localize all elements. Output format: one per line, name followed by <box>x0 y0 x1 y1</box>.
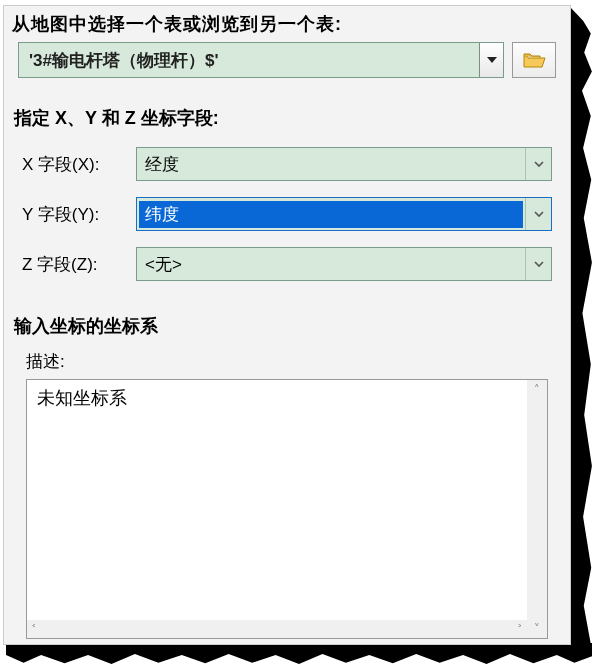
z-field-label: Z 字段(Z): <box>22 253 122 276</box>
x-field-arrow[interactable] <box>525 148 551 180</box>
y-field-value: 纬度 <box>139 201 523 228</box>
z-field-value: <无> <box>137 253 525 276</box>
description-label: 描述: <box>12 346 562 377</box>
coord-fields-section-label: 指定 X、Y 和 Z 坐标字段: <box>12 84 562 140</box>
scroll-up-icon[interactable]: ˄ <box>534 384 540 395</box>
y-field-label: Y 字段(Y): <box>22 203 122 226</box>
chevron-down-icon <box>533 210 545 218</box>
description-text: 未知坐标系 <box>27 380 547 416</box>
scroll-down-icon[interactable]: ˅ <box>534 623 540 634</box>
coord-system-section-label: 输入坐标的坐标系 <box>12 296 562 346</box>
triangle-down-icon <box>486 56 498 64</box>
scroll-left-icon[interactable]: ˂ <box>31 624 37 635</box>
instruction-label: 从地图中选择一个表或浏览到另一个表: <box>12 6 562 40</box>
x-field-label: X 字段(X): <box>22 153 122 176</box>
table-dropdown-arrow[interactable] <box>479 43 503 77</box>
browse-button[interactable] <box>512 42 556 78</box>
y-field-arrow[interactable] <box>525 198 551 230</box>
x-field-value: 经度 <box>137 153 525 176</box>
y-field-dropdown[interactable]: 纬度 <box>136 197 552 231</box>
scroll-right-icon[interactable]: ˃ <box>517 624 523 635</box>
z-field-arrow[interactable] <box>525 248 551 280</box>
description-textbox[interactable]: 未知坐标系 ˄ ˅ ˂ ˃ <box>26 379 548 639</box>
dialog-window: 从地图中选择一个表或浏览到另一个表: '3#输电杆塔（物理杆）$' 指定 X、Y… <box>3 5 571 645</box>
vertical-scrollbar[interactable]: ˄ ˅ <box>527 380 547 638</box>
horizontal-scrollbar[interactable]: ˂ ˃ <box>27 620 527 638</box>
chevron-down-icon <box>533 160 545 168</box>
folder-open-icon <box>522 50 546 70</box>
table-dropdown[interactable]: '3#输电杆塔（物理杆）$' <box>18 42 504 78</box>
x-field-dropdown[interactable]: 经度 <box>136 147 552 181</box>
z-field-dropdown[interactable]: <无> <box>136 247 552 281</box>
chevron-down-icon <box>533 260 545 268</box>
table-dropdown-value: '3#输电杆塔（物理杆）$' <box>19 49 479 72</box>
svg-marker-0 <box>487 57 497 63</box>
